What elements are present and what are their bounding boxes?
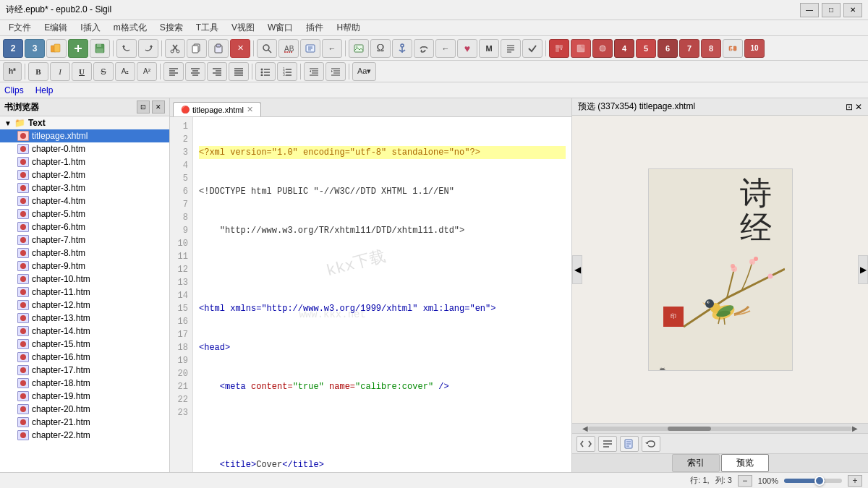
tree-item[interactable]: chapter-3.htm bbox=[0, 181, 169, 194]
underline-button[interactable]: U bbox=[72, 62, 92, 81]
tree-item[interactable]: chapter-2.htm bbox=[0, 168, 169, 181]
preview-scroll-right[interactable]: ▶ bbox=[858, 255, 868, 284]
omega-button[interactable]: Ω bbox=[370, 39, 391, 58]
align-right-button[interactable] bbox=[207, 62, 227, 81]
help-link[interactable]: Help bbox=[35, 85, 54, 95]
find-button[interactable] bbox=[257, 39, 277, 58]
scroll-track[interactable] bbox=[588, 427, 852, 431]
tree-item[interactable]: chapter-5.htm bbox=[0, 207, 169, 221]
link-button[interactable] bbox=[414, 39, 434, 58]
sidebar-close-btn[interactable]: ✕ bbox=[152, 100, 165, 114]
index-tab[interactable]: 索引 bbox=[672, 454, 720, 472]
tree-item[interactable]: chapter-7.htm bbox=[0, 234, 169, 247]
minimize-btn[interactable]: — bbox=[800, 3, 819, 17]
image-insert-button[interactable] bbox=[349, 39, 369, 58]
increase-indent-button[interactable] bbox=[304, 62, 324, 81]
undo-button[interactable] bbox=[116, 39, 137, 58]
menu-tools[interactable]: T工具 bbox=[190, 20, 224, 35]
scroll-left-arrow[interactable]: ◀ bbox=[582, 424, 588, 432]
zoom-handle[interactable] bbox=[814, 476, 825, 486]
align-justify-button[interactable] bbox=[229, 62, 249, 81]
format-dropdown[interactable]: Aa▾ bbox=[352, 62, 376, 81]
puzzle-btn-3[interactable] bbox=[592, 39, 613, 58]
zoom-in-btn[interactable]: + bbox=[848, 475, 862, 487]
num-5-btn[interactable]: 5 bbox=[636, 39, 656, 58]
anchor-button[interactable] bbox=[392, 39, 412, 58]
tree-item[interactable]: chapter-6.htm bbox=[0, 221, 169, 234]
tree-item[interactable]: chapter-18.htm bbox=[0, 377, 169, 390]
preview-popout-btn[interactable]: ⊡ bbox=[846, 102, 853, 112]
tree-item[interactable]: chapter-12.htm bbox=[0, 299, 169, 312]
tree-item[interactable]: chapter-8.htm bbox=[0, 247, 169, 260]
bullet-list-button[interactable] bbox=[255, 62, 276, 81]
preview-close-btn[interactable]: ✕ bbox=[855, 102, 862, 112]
puzzle-btn-2[interactable] bbox=[571, 39, 591, 58]
open-button[interactable] bbox=[46, 39, 67, 58]
preview-list-btn[interactable] bbox=[598, 436, 617, 452]
puzzle-btn-1[interactable] bbox=[549, 39, 569, 58]
tree-item[interactable]: chapter-22.htm bbox=[0, 429, 169, 442]
num-7-btn[interactable]: 7 bbox=[679, 39, 699, 58]
prev-button[interactable]: ← bbox=[435, 39, 456, 58]
tab-close-btn[interactable]: ✕ bbox=[247, 105, 253, 114]
redo-button[interactable] bbox=[138, 39, 158, 58]
menu-window[interactable]: W窗口 bbox=[262, 20, 299, 35]
delete-button[interactable]: ✕ bbox=[230, 39, 250, 58]
num-4-btn[interactable]: 4 bbox=[614, 39, 634, 58]
active-tab[interactable]: 🔴 titlepage.xhtml ✕ bbox=[173, 102, 261, 116]
code-lines[interactable]: <?xml version="1.0" encoding="utf-8" sta… bbox=[193, 117, 571, 472]
heading-dropdown[interactable]: h* bbox=[3, 62, 22, 81]
tree-item[interactable]: chapter-13.htm bbox=[0, 312, 169, 325]
strikethrough-button[interactable]: S bbox=[93, 62, 114, 81]
decrease-indent-button[interactable] bbox=[326, 62, 346, 81]
menu-file[interactable]: F文件 bbox=[3, 20, 37, 35]
align-center-button[interactable] bbox=[185, 62, 205, 81]
code-container[interactable]: <?xml version="1.0" encoding="utf-8" sta… bbox=[193, 117, 571, 472]
sidebar-popout-btn[interactable]: ⊡ bbox=[137, 100, 150, 114]
tree-item[interactable]: chapter-16.htm bbox=[0, 351, 169, 364]
menu-search[interactable]: S搜索 bbox=[154, 20, 189, 35]
save-button[interactable] bbox=[90, 39, 110, 58]
tree-item[interactable]: chapter-0.htm bbox=[0, 142, 169, 155]
tree-item[interactable]: chapter-1.htm bbox=[0, 155, 169, 168]
superscript-button[interactable]: A² bbox=[137, 62, 157, 81]
menu-edit[interactable]: E编辑 bbox=[38, 20, 73, 35]
tree-item[interactable]: chapter-15.htm bbox=[0, 338, 169, 351]
bold-button[interactable]: B bbox=[28, 62, 48, 81]
tree-item[interactable]: chapter-4.htm bbox=[0, 194, 169, 207]
checkmark-button[interactable] bbox=[522, 39, 542, 58]
cut-button[interactable] bbox=[165, 39, 185, 58]
menu-insert[interactable]: I插入 bbox=[75, 20, 106, 35]
meta2-button[interactable]: M bbox=[479, 39, 499, 58]
subscript-button[interactable]: A₂ bbox=[115, 62, 135, 81]
align-left-button[interactable] bbox=[163, 62, 184, 81]
back-button[interactable]: ← bbox=[322, 39, 342, 58]
menu-view[interactable]: V视图 bbox=[226, 20, 260, 35]
btn-3[interactable]: 3 bbox=[25, 39, 45, 58]
tree-item[interactable]: chapter-9.htm bbox=[0, 260, 169, 273]
scroll-right-arrow[interactable]: ▶ bbox=[852, 424, 858, 432]
menu-format[interactable]: m格式化 bbox=[108, 20, 153, 35]
preview-doc-btn[interactable] bbox=[620, 436, 639, 452]
paste-button[interactable] bbox=[208, 39, 229, 58]
toc-button[interactable] bbox=[501, 39, 521, 58]
num-10-btn[interactable]: 10 bbox=[744, 39, 765, 58]
spell-button[interactable]: ABC bbox=[278, 39, 299, 58]
menu-plugins[interactable]: 插件 bbox=[300, 20, 329, 35]
num-8-btn[interactable]: 8 bbox=[701, 39, 721, 58]
preview-code-btn[interactable] bbox=[576, 436, 595, 452]
tree-item[interactable]: chapter-14.htm bbox=[0, 325, 169, 338]
puzzle-btn-extra[interactable]: P bbox=[723, 39, 743, 58]
preview-refresh-btn[interactable] bbox=[642, 436, 660, 452]
num-6-btn[interactable]: 6 bbox=[658, 39, 678, 58]
clips-link[interactable]: Clips bbox=[4, 85, 24, 95]
tree-item[interactable]: chapter-10.htm bbox=[0, 273, 169, 286]
tree-item[interactable]: chapter-20.htm bbox=[0, 403, 169, 416]
tree-item[interactable]: chapter-11.htm bbox=[0, 286, 169, 299]
btn-2[interactable]: 2 bbox=[3, 39, 23, 58]
italic-button[interactable]: I bbox=[50, 62, 70, 81]
tree-item[interactable]: chapter-19.htm bbox=[0, 390, 169, 403]
zoom-out-btn[interactable]: − bbox=[738, 475, 752, 487]
heart-button[interactable]: ♥ bbox=[457, 39, 477, 58]
add-button[interactable] bbox=[68, 39, 88, 58]
